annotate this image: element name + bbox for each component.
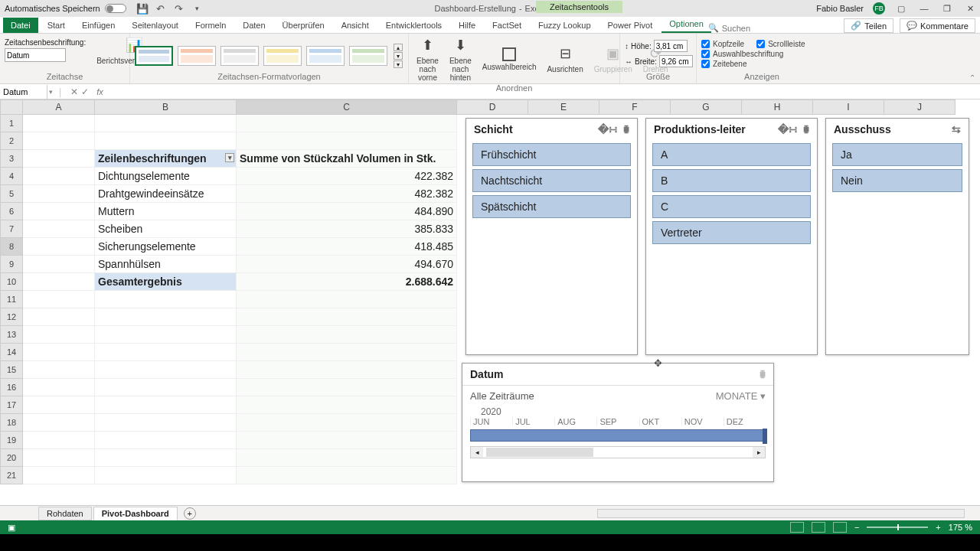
row-header[interactable]: 5	[0, 185, 23, 203]
timeline-month[interactable]: DEZ	[724, 417, 766, 426]
cell[interactable]	[23, 396, 95, 414]
multiselect-icon[interactable]: �∺	[598, 123, 618, 135]
col-header-G[interactable]: G	[671, 99, 742, 115]
cell[interactable]: 494.670	[237, 256, 457, 273]
style-scroll-up[interactable]: ▴	[394, 44, 403, 51]
style-gallery-icon[interactable]: ▾	[394, 60, 403, 68]
slicer-item[interactable]: C	[652, 195, 811, 218]
pivot-filter-dropdown[interactable]: ▾	[225, 153, 234, 162]
cell[interactable]	[237, 308, 457, 326]
timeline-style-1[interactable]	[135, 46, 173, 66]
cell[interactable]	[237, 396, 457, 414]
user-avatar[interactable]: FB	[873, 2, 885, 15]
ribbon-display-icon[interactable]: ▢	[894, 3, 908, 14]
scroll-right-icon[interactable]: ▸	[753, 447, 765, 458]
zoom-in-icon[interactable]: +	[936, 523, 940, 532]
col-header-J[interactable]: J	[884, 99, 956, 115]
cell[interactable]	[23, 238, 95, 256]
tab-daten[interactable]: Daten	[235, 18, 273, 33]
cell[interactable]	[237, 291, 457, 308]
cell[interactable]	[95, 449, 237, 467]
cell[interactable]: 482.382	[237, 185, 457, 203]
autosave-toggle[interactable]	[105, 4, 126, 13]
cell[interactable]	[23, 203, 95, 220]
zoom-level[interactable]: 175 %	[949, 523, 972, 532]
share-button[interactable]: 🔗Teilen	[844, 18, 893, 33]
cell[interactable]	[23, 132, 95, 150]
cell[interactable]	[23, 185, 95, 203]
row-header[interactable]: 7	[0, 220, 23, 238]
slicer-item[interactable]: Ja	[832, 143, 962, 166]
cell[interactable]: Drahtgewindeeinsätze	[95, 185, 237, 203]
timeline-style-4[interactable]	[263, 46, 302, 66]
clear-timeline-icon[interactable]: ⧯	[760, 368, 766, 380]
row-header[interactable]: 20	[0, 449, 23, 467]
height-input[interactable]	[654, 40, 688, 52]
cell[interactable]	[95, 414, 237, 432]
tab-optionen[interactable]: Optionen	[662, 16, 711, 33]
selection-pane-button[interactable]: Auswahlbereich	[479, 46, 540, 73]
row-header[interactable]: 11	[0, 291, 23, 308]
tab-ansicht[interactable]: Ansicht	[334, 18, 377, 33]
tab-start[interactable]: Start	[40, 18, 73, 33]
slicer-produktionsleiter[interactable]: Produktions-leiter �∺⧯ A B C Vertreter	[645, 118, 818, 355]
undo-icon[interactable]: ↶	[155, 3, 166, 14]
cell[interactable]: Sicherungselemente	[95, 238, 237, 256]
redo-icon[interactable]: ↷	[174, 3, 185, 14]
cell[interactable]: 385.833	[237, 220, 457, 238]
tab-fuzzy[interactable]: Fuzzy Lookup	[531, 18, 598, 33]
tab-seitenlayout[interactable]: Seitenlayout	[124, 18, 186, 33]
cell[interactable]	[95, 326, 237, 344]
col-header-E[interactable]: E	[528, 99, 599, 115]
slicer-item[interactable]: Spätschicht	[472, 195, 631, 218]
zoom-out-icon[interactable]: −	[854, 523, 859, 532]
timeline-selection-bar[interactable]	[470, 429, 766, 442]
select-all-corner[interactable]	[0, 99, 23, 115]
qat-dropdown-icon[interactable]: ▾	[192, 3, 203, 14]
timeline-month[interactable]: SEP	[596, 417, 639, 426]
slicer-item[interactable]: A	[652, 143, 811, 166]
col-header-I[interactable]: I	[813, 99, 884, 115]
tab-hilfe[interactable]: Hilfe	[451, 18, 483, 33]
timeline-month[interactable]: JUN	[470, 417, 512, 426]
cell[interactable]	[237, 432, 457, 449]
cell[interactable]	[237, 467, 457, 484]
search-box[interactable]: 🔍 Suchen	[708, 23, 750, 33]
cell[interactable]: 418.485	[237, 238, 457, 256]
row-header[interactable]: 3	[0, 150, 23, 168]
row-header[interactable]: 21	[0, 467, 23, 484]
cell[interactable]: Dichtungselemente	[95, 168, 237, 185]
send-backward-button[interactable]: ⬇Ebene nach hinten	[446, 35, 475, 83]
cell[interactable]	[237, 132, 457, 150]
row-header[interactable]: 1	[0, 115, 23, 132]
fx-icon[interactable]: fx	[96, 87, 103, 96]
cell[interactable]	[95, 308, 237, 326]
slicer-item[interactable]: Nein	[832, 169, 962, 192]
header-checkbox[interactable]: Kopfzeile	[701, 40, 744, 48]
cell[interactable]	[23, 308, 95, 326]
cell[interactable]	[23, 168, 95, 185]
cell[interactable]	[23, 467, 95, 484]
align-button[interactable]: ⊟Ausrichten	[544, 44, 586, 75]
tab-datei[interactable]: Datei	[3, 18, 38, 33]
cell[interactable]	[23, 449, 95, 467]
cell[interactable]: Zeilenbeschriftungen▾	[95, 150, 237, 168]
tab-powerpivot[interactable]: Power Pivot	[600, 18, 661, 33]
tab-entwicklertools[interactable]: Entwicklertools	[378, 18, 449, 33]
tab-einfuegen[interactable]: Einfügen	[74, 18, 122, 33]
cell[interactable]	[23, 326, 95, 344]
cell[interactable]	[23, 115, 95, 132]
col-header-C[interactable]: C	[237, 99, 457, 115]
caption-input[interactable]	[5, 48, 66, 62]
timeline-level-dropdown[interactable]: MONATE ▾	[716, 390, 766, 402]
clear-filter-icon[interactable]: ⧯	[624, 123, 629, 135]
slicer-item[interactable]: Nachtschicht	[472, 169, 631, 192]
cell[interactable]	[23, 291, 95, 308]
cell[interactable]	[95, 132, 237, 150]
cell[interactable]	[23, 273, 95, 291]
collapse-ribbon-icon[interactable]: ⌃	[969, 73, 975, 82]
add-sheet-button[interactable]: +	[184, 507, 196, 520]
row-header[interactable]: 19	[0, 432, 23, 449]
cell[interactable]	[95, 467, 237, 484]
cell[interactable]	[23, 256, 95, 273]
